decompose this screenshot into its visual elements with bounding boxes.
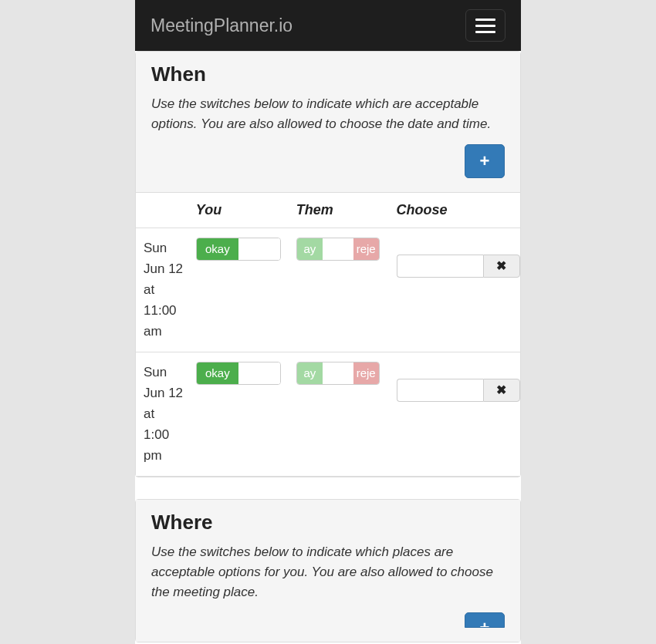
choose-select[interactable] [397,255,483,278]
them-cell: ay reje [290,352,391,476]
you-switch-off [238,362,280,384]
add-place-button[interactable]: + [465,612,505,628]
content-area: When Use the switches below to indicate … [135,51,521,644]
when-description: Use the switches below to indicate which… [151,94,505,135]
time-label: Sun Jun 12 at 1:00 pm [136,352,190,476]
choose-cell: ✖ [391,228,520,352]
them-switch-okay: ay [297,362,323,384]
navbar: MeetingPlanner.io [135,0,521,51]
them-switch-okay: ay [297,238,323,260]
where-panel-heading: Where Use the switches below to indicate… [136,500,520,642]
delete-time-button[interactable]: ✖ [483,255,520,278]
you-switch-off [238,238,280,260]
when-panel: When Use the switches below to indicate … [135,51,521,477]
close-icon: ✖ [496,258,506,273]
when-table-header: You Them Choose [136,193,520,228]
when-table: You Them Choose Sun Jun 12 at 11:00 am o… [136,193,520,477]
hamburger-bar-icon [475,25,495,27]
you-switch-on: okay [197,238,238,260]
when-panel-heading: When Use the switches below to indicate … [136,52,520,193]
col-choose-header: Choose [391,193,520,228]
them-switch-mid [323,362,353,384]
menu-toggle-button[interactable] [465,9,506,42]
you-switch[interactable]: okay [196,238,281,261]
hamburger-bar-icon [475,19,495,21]
choose-combo: ✖ [397,379,520,402]
you-cell: okay [190,352,290,476]
them-switch-mid [323,238,353,260]
add-time-button[interactable]: + [465,144,505,178]
close-icon: ✖ [496,383,506,397]
col-you-header: You [190,193,290,228]
where-title: Where [151,511,505,534]
hamburger-bar-icon [475,31,495,33]
time-option-row: Sun Jun 12 at 11:00 am okay ay rej [136,228,520,352]
col-time-header [136,193,190,228]
you-cell: okay [190,228,290,352]
where-add-row: + [151,612,505,628]
where-description: Use the switches below to indicate which… [151,542,505,603]
time-label: Sun Jun 12 at 11:00 am [136,228,190,352]
choose-cell: ✖ [391,352,520,476]
them-switch[interactable]: ay reje [296,238,380,261]
brand-title[interactable]: MeetingPlanner.io [150,15,292,36]
plus-icon: + [480,151,490,171]
time-option-row: Sun Jun 12 at 1:00 pm okay ay reje [136,352,520,476]
delete-time-button[interactable]: ✖ [483,379,520,402]
when-title: When [151,62,505,86]
when-add-row: + [151,144,505,178]
them-cell: ay reje [290,228,391,352]
them-switch-reject: reje [353,238,379,260]
you-switch-on: okay [197,362,238,384]
them-switch[interactable]: ay reje [296,362,380,385]
them-switch-reject: reje [353,362,379,384]
app-viewport: MeetingPlanner.io When Use the switches … [135,0,521,644]
where-panel: Where Use the switches below to indicate… [135,499,521,642]
col-them-header: Them [290,193,391,228]
choose-combo: ✖ [397,255,520,278]
choose-select[interactable] [397,379,483,402]
you-switch[interactable]: okay [196,362,281,385]
plus-icon: + [480,618,490,628]
